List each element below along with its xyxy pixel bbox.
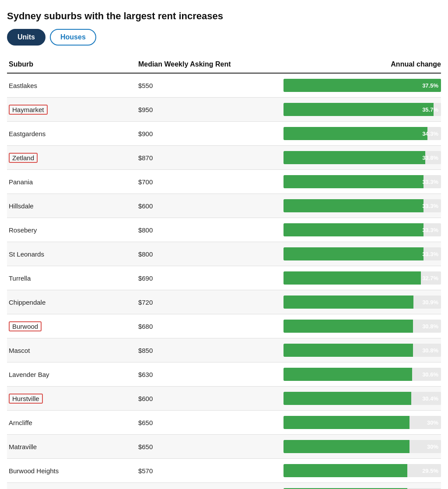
bar-fill bbox=[284, 199, 424, 212]
tab-group: UnitsHouses bbox=[7, 29, 441, 46]
table-row: Lavender Bay$63030.6% bbox=[7, 362, 441, 387]
rent-value: $650 bbox=[138, 411, 249, 435]
table-row: St Leonards$80033.3% bbox=[7, 242, 441, 266]
bar-container: 33.3% bbox=[284, 175, 441, 188]
bar-label: 35.7% bbox=[422, 106, 438, 113]
table-row: Eastgardens$90034.3% bbox=[7, 122, 441, 146]
suburb-name-highlighted: Burwood bbox=[9, 321, 42, 331]
table-row: Panania$70033.3% bbox=[7, 170, 441, 194]
bar-container: 33.3% bbox=[284, 199, 441, 212]
bar-fill bbox=[284, 223, 424, 236]
table-row: Burwood Heights$57029.5% bbox=[7, 459, 441, 483]
suburb-name: Millers Point bbox=[7, 483, 138, 489]
change-bar-cell: 32.7% bbox=[249, 266, 441, 290]
bar-container: 34.3% bbox=[284, 127, 441, 140]
bar-fill bbox=[284, 392, 411, 405]
rent-value: $680 bbox=[138, 314, 249, 338]
rent-value: $630 bbox=[138, 362, 249, 387]
rent-value: $720 bbox=[138, 290, 249, 314]
bar-fill bbox=[284, 368, 412, 381]
bar-label: 32.7% bbox=[422, 275, 438, 281]
table-row: Hillsdale$60033.3% bbox=[7, 194, 441, 218]
bar-fill bbox=[284, 416, 410, 429]
table-row: Hurstville$60030.4% bbox=[7, 387, 441, 411]
bar-container: 30.9% bbox=[284, 296, 441, 309]
bar-container: 32.7% bbox=[284, 271, 441, 285]
bar-fill bbox=[284, 103, 434, 116]
rent-value: $870 bbox=[138, 146, 249, 170]
bar-fill bbox=[284, 344, 413, 357]
change-bar-cell: 33.3% bbox=[249, 194, 441, 218]
tab-units[interactable]: Units bbox=[7, 29, 46, 46]
rent-value: $690 bbox=[138, 266, 249, 290]
bar-label: 33.3% bbox=[422, 203, 438, 209]
bar-label: 37.5% bbox=[422, 82, 438, 89]
rent-value: $700 bbox=[138, 170, 249, 194]
change-bar-cell: 35.7% bbox=[249, 98, 441, 122]
suburb-name: Matraville bbox=[7, 435, 138, 459]
change-bar-cell: 33.3% bbox=[249, 170, 441, 194]
col-suburb: Suburb bbox=[7, 56, 138, 73]
table-row: Eastlakes$55037.5% bbox=[7, 73, 441, 98]
suburb-name: Turrella bbox=[7, 266, 138, 290]
rent-value: $600 bbox=[138, 387, 249, 411]
suburb-name-highlighted: Hurstville bbox=[9, 394, 43, 404]
rent-value: $800 bbox=[138, 218, 249, 242]
tab-houses[interactable]: Houses bbox=[50, 29, 96, 46]
suburb-name: Hillsdale bbox=[7, 194, 138, 218]
bar-label: 33.8% bbox=[422, 155, 438, 161]
rent-value: $800 bbox=[138, 242, 249, 266]
bar-label: 30% bbox=[427, 443, 438, 450]
suburb-name: Burwood Heights bbox=[7, 459, 138, 483]
change-bar-cell: 29.5% bbox=[249, 483, 441, 489]
suburb-name: Panania bbox=[7, 170, 138, 194]
change-bar-cell: 30.9% bbox=[249, 290, 441, 314]
rent-value: $850 bbox=[138, 338, 249, 362]
bar-container: 30.6% bbox=[284, 368, 441, 381]
table-row: Chippendale$72030.9% bbox=[7, 290, 441, 314]
bar-label: 30.9% bbox=[422, 299, 438, 306]
bar-container: 33.3% bbox=[284, 247, 441, 260]
bar-container: 30% bbox=[284, 416, 441, 429]
bar-label: 30.8% bbox=[422, 323, 438, 330]
rent-value: $550 bbox=[138, 73, 249, 98]
suburb-name-highlighted: Haymarket bbox=[9, 105, 48, 115]
rent-value: $570 bbox=[138, 459, 249, 483]
rent-value: $650 bbox=[138, 435, 249, 459]
change-bar-cell: 30% bbox=[249, 411, 441, 435]
suburb-name-highlighted: Zetland bbox=[9, 153, 38, 163]
change-bar-cell: 33.8% bbox=[249, 146, 441, 170]
bar-container: 30.4% bbox=[284, 392, 441, 405]
bar-label: 29.5% bbox=[422, 468, 438, 474]
suburb-name: Eastgardens bbox=[7, 122, 138, 146]
suburb-name: Lavender Bay bbox=[7, 362, 138, 387]
bar-label: 34.3% bbox=[422, 130, 438, 137]
table-row: Millers Point$90029.5% bbox=[7, 483, 441, 489]
bar-fill bbox=[284, 127, 427, 140]
bar-label: 30% bbox=[427, 419, 438, 426]
suburb-name: Arncliffe bbox=[7, 411, 138, 435]
bar-fill bbox=[284, 79, 441, 92]
suburb-name: Chippendale bbox=[7, 290, 138, 314]
bar-fill bbox=[284, 151, 425, 164]
change-bar-cell: 29.5% bbox=[249, 459, 441, 483]
suburb-name: Eastlakes bbox=[7, 73, 138, 98]
bar-label: 33.3% bbox=[422, 179, 438, 185]
change-bar-cell: 30.8% bbox=[249, 338, 441, 362]
bar-label: 30.6% bbox=[422, 371, 438, 378]
bar-label: 30.4% bbox=[422, 395, 438, 402]
bar-fill bbox=[284, 296, 413, 309]
bar-label: 33.3% bbox=[422, 251, 438, 257]
bar-fill bbox=[284, 320, 413, 333]
col-rent: Median Weekly Asking Rent bbox=[138, 56, 249, 73]
bar-container: 37.5% bbox=[284, 79, 441, 92]
table-row: Rosebery$80033.3% bbox=[7, 218, 441, 242]
change-bar-cell: 33.3% bbox=[249, 242, 441, 266]
table-row: Zetland$87033.8% bbox=[7, 146, 441, 170]
change-bar-cell: 30.6% bbox=[249, 362, 441, 387]
bar-container: 30.8% bbox=[284, 344, 441, 357]
col-change: Annual change bbox=[249, 56, 441, 73]
table-row: Mascot$85030.8% bbox=[7, 338, 441, 362]
bar-label: 33.3% bbox=[422, 227, 438, 233]
change-bar-cell: 37.5% bbox=[249, 73, 441, 98]
